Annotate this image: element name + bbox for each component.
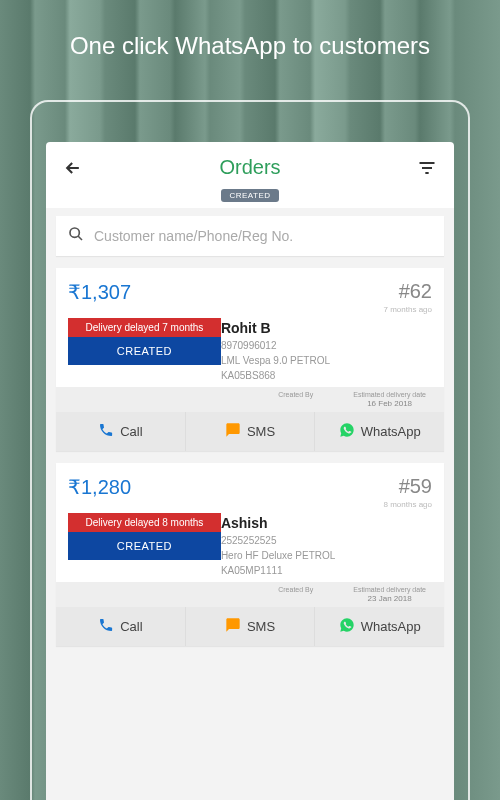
whatsapp-label: WhatsApp	[361, 424, 421, 439]
customer-name: Ashish	[221, 515, 432, 531]
order-age: 8 months ago	[221, 500, 432, 509]
whatsapp-button[interactable]: WhatsApp	[314, 412, 444, 451]
call-label: Call	[120, 619, 142, 634]
meta-row: Created By Estimated delivery date 16 Fe…	[56, 387, 444, 412]
vehicle-info: LML Vespa 9.0 PETROL	[221, 355, 432, 366]
phone-icon	[98, 617, 114, 636]
phone-icon	[98, 422, 114, 441]
whatsapp-label: WhatsApp	[361, 619, 421, 634]
vehicle-info: Hero HF Deluxe PETROL	[221, 550, 432, 561]
created-by-label: Created By	[278, 391, 313, 398]
active-filter-chip[interactable]: CREATED	[221, 189, 278, 202]
order-age: 7 months ago	[221, 305, 432, 314]
est-delivery-label: Estimated delivery date	[353, 391, 426, 398]
whatsapp-button[interactable]: WhatsApp	[314, 607, 444, 646]
call-label: Call	[120, 424, 142, 439]
call-button[interactable]: Call	[56, 412, 185, 451]
customer-phone: 8970996012	[221, 340, 432, 351]
search-input[interactable]	[94, 228, 432, 244]
app-screen: Orders CREATED ₹1,307 Delivery delaye	[46, 142, 454, 800]
est-delivery-value: 16 Feb 2018	[353, 399, 426, 408]
status-badge: CREATED	[68, 337, 221, 365]
order-id: #59	[399, 475, 432, 498]
chat-icon	[225, 617, 241, 636]
action-row: Call SMS WhatsApp	[56, 412, 444, 451]
chat-icon	[225, 422, 241, 441]
meta-row: Created By Estimated delivery date 23 Ja…	[56, 582, 444, 607]
action-row: Call SMS WhatsApp	[56, 607, 444, 646]
order-card[interactable]: ₹1,307 Delivery delayed 7 months CREATED…	[56, 268, 444, 451]
customer-name: Rohit B	[221, 320, 432, 336]
filter-chip-row: CREATED	[46, 189, 454, 208]
delay-badge: Delivery delayed 7 months	[68, 318, 221, 337]
svg-point-0	[70, 228, 79, 237]
order-amount: ₹1,307	[68, 280, 221, 304]
search-bar[interactable]	[56, 216, 444, 256]
app-bar: Orders	[46, 142, 454, 189]
whatsapp-icon	[339, 617, 355, 636]
reg-no: KA05MP1111	[221, 565, 432, 576]
sms-label: SMS	[247, 424, 275, 439]
promo-headline: One click WhatsApp to customers	[0, 0, 500, 80]
phone-frame: Orders CREATED ₹1,307 Delivery delaye	[30, 100, 470, 800]
sms-button[interactable]: SMS	[185, 412, 315, 451]
customer-phone: 2525252525	[221, 535, 432, 546]
order-card[interactable]: ₹1,280 Delivery delayed 8 months CREATED…	[56, 463, 444, 646]
page-title: Orders	[219, 156, 280, 179]
delay-badge: Delivery delayed 8 months	[68, 513, 221, 532]
whatsapp-icon	[339, 422, 355, 441]
reg-no: KA05BS868	[221, 370, 432, 381]
est-delivery-value: 23 Jan 2018	[353, 594, 426, 603]
est-delivery-label: Estimated delivery date	[353, 586, 426, 593]
order-id: #62	[399, 280, 432, 303]
sms-button[interactable]: SMS	[185, 607, 315, 646]
search-icon	[68, 226, 84, 246]
created-by-label: Created By	[278, 586, 313, 593]
call-button[interactable]: Call	[56, 607, 185, 646]
content-area: ₹1,307 Delivery delayed 7 months CREATED…	[46, 208, 454, 800]
back-icon[interactable]	[62, 157, 84, 179]
order-amount: ₹1,280	[68, 475, 221, 499]
sms-label: SMS	[247, 619, 275, 634]
filter-icon[interactable]	[416, 157, 438, 179]
status-badge: CREATED	[68, 532, 221, 560]
